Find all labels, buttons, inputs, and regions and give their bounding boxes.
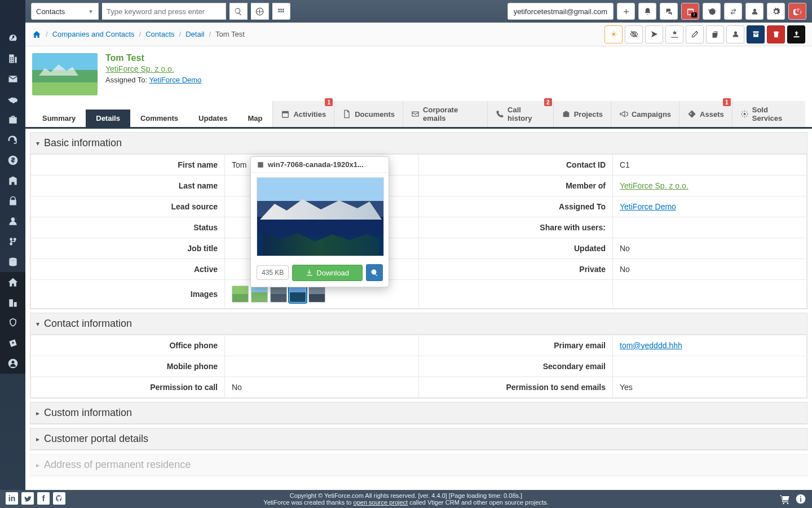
twitter-icon[interactable] — [21, 492, 34, 505]
lock-icon[interactable] — [0, 191, 25, 211]
tab-corporate-emails[interactable]: Corporate emails — [403, 101, 487, 127]
value-link[interactable]: YetiForce Demo — [620, 202, 676, 211]
tab-details[interactable]: Details — [86, 110, 130, 127]
calendar-button[interactable]: 7 — [681, 3, 699, 20]
field-value[interactable]: tom@yedddd.hhh — [613, 335, 807, 356]
thumb[interactable] — [251, 286, 268, 303]
svg-point-6 — [612, 33, 615, 36]
member-of-link[interactable]: YetiForce Sp. z o.o. — [620, 181, 689, 190]
search-button[interactable] — [230, 3, 248, 20]
company-icon[interactable] — [0, 292, 25, 313]
thumb[interactable] — [308, 286, 325, 303]
thumb[interactable] — [289, 286, 306, 303]
info-icon[interactable] — [795, 493, 806, 505]
field-value[interactable]: YetiForce Sp. z o.o. — [613, 176, 807, 196]
user-config-icon[interactable] — [0, 211, 25, 231]
thumb[interactable] — [270, 286, 287, 303]
yeti-icon[interactable] — [0, 313, 25, 333]
dollar-icon[interactable] — [0, 150, 25, 170]
hotel-icon[interactable] — [0, 170, 25, 191]
history-button[interactable] — [703, 3, 721, 20]
facebook-icon[interactable]: f — [37, 492, 50, 505]
field-value[interactable] — [613, 217, 807, 238]
popup-preview[interactable] — [257, 177, 384, 256]
field-value[interactable]: No — [613, 259, 807, 280]
archive-button[interactable] — [747, 25, 765, 43]
field-value[interactable]: YetiForce Demo — [613, 196, 807, 217]
field-value[interactable]: C1 — [613, 155, 807, 176]
panel-header[interactable]: ▸ Custom information — [30, 402, 807, 424]
search-input[interactable] — [102, 3, 226, 20]
field-value[interactable]: No — [613, 238, 807, 259]
tab-campaigns[interactable]: Campaigns — [611, 101, 679, 127]
ticket-icon[interactable] — [0, 333, 25, 353]
field-label: Private — [419, 259, 613, 280]
profile-button[interactable] — [745, 3, 764, 20]
edit-button[interactable] — [686, 25, 704, 43]
tab-documents[interactable]: Documents — [334, 101, 403, 127]
building-icon[interactable] — [0, 49, 25, 69]
gear-button[interactable] — [767, 3, 785, 20]
mailbox-icon[interactable] — [0, 69, 25, 89]
tab-comments[interactable]: Comments — [130, 110, 188, 127]
piggy-icon[interactable] — [0, 89, 25, 110]
tab-projects[interactable]: Projects — [553, 101, 611, 127]
field-value[interactable] — [225, 356, 419, 377]
account-icon[interactable] — [0, 353, 25, 374]
swap-button[interactable] — [724, 3, 742, 20]
user-email[interactable]: yetiforcetestmail@gmail.com — [508, 3, 614, 20]
breadcrumb-link[interactable]: Contacts — [145, 30, 174, 38]
unwatch-button[interactable] — [625, 25, 643, 43]
field-value[interactable] — [225, 335, 419, 356]
headset-icon[interactable] — [0, 130, 25, 150]
dashboard-icon[interactable] — [0, 28, 25, 49]
footer-link[interactable]: open source project — [354, 499, 408, 506]
tab-call-history[interactable]: Call history2 — [487, 101, 553, 127]
linkedin-icon[interactable]: in — [6, 492, 18, 505]
delete-button[interactable] — [767, 25, 785, 43]
export-button[interactable] — [787, 25, 805, 43]
breadcrumb-link[interactable]: Companies and Contacts — [52, 30, 135, 38]
breadcrumb-link[interactable]: Detail — [186, 30, 204, 38]
cart-icon[interactable] — [779, 493, 791, 505]
panel-header[interactable]: ▸ Address of permanent residence — [30, 454, 807, 476]
panel-header[interactable]: ▾ Basic information — [30, 133, 807, 154]
chat-button[interactable] — [660, 3, 678, 20]
power-button[interactable] — [788, 3, 806, 20]
github-icon[interactable] — [53, 492, 65, 505]
database-icon[interactable] — [0, 252, 25, 272]
grid-button[interactable] — [272, 3, 290, 20]
home-icon[interactable] — [32, 30, 41, 39]
field-value[interactable] — [613, 356, 807, 377]
send-button[interactable] — [645, 25, 663, 43]
record-company-link[interactable]: YetiForce Sp. z o.o. — [105, 64, 174, 73]
download-button[interactable]: Download — [292, 265, 363, 281]
zoom-button[interactable] — [366, 264, 383, 281]
field-value[interactable]: Yes — [613, 377, 807, 398]
tab-updates[interactable]: Updates — [188, 110, 237, 127]
magic-button[interactable] — [665, 25, 683, 43]
home-icon[interactable] — [0, 272, 25, 292]
tab-assets[interactable]: Assets1 — [679, 101, 732, 127]
bell-button[interactable] — [638, 3, 656, 20]
target-button[interactable] — [251, 3, 269, 20]
tab-summary[interactable]: Summary — [32, 110, 86, 127]
star-button[interactable] — [604, 25, 623, 43]
panel-header[interactable]: ▾ Contact information — [30, 313, 807, 335]
tab-map[interactable]: Map — [237, 110, 272, 127]
assign-user-button[interactable] — [726, 25, 744, 43]
plus-button[interactable] — [617, 3, 635, 20]
copy-button[interactable] — [706, 25, 724, 43]
module-select[interactable]: Contacts ▼ — [31, 3, 99, 20]
assigned-to-value[interactable]: YetiForce Demo — [149, 76, 202, 84]
flow-icon[interactable] — [0, 231, 25, 252]
tab-sold-services[interactable]: Sold Services — [732, 101, 805, 127]
panel-header[interactable]: ▸ Customer portal details — [30, 428, 807, 450]
field-value[interactable] — [613, 280, 807, 309]
value-link[interactable]: tom@yedddd.hhh — [620, 341, 682, 350]
field-value[interactable]: No — [225, 377, 419, 398]
tab-activities[interactable]: Activities1 — [272, 101, 334, 127]
thumb[interactable] — [232, 286, 249, 303]
record-image[interactable] — [32, 53, 98, 95]
briefcase-icon[interactable] — [0, 110, 25, 130]
